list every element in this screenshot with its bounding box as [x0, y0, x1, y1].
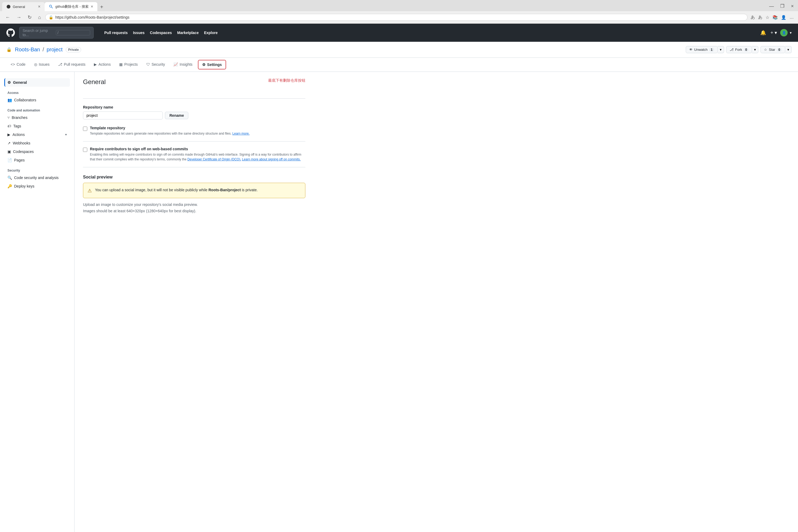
- user-avatar[interactable]: 👤: [780, 29, 787, 36]
- delete-hint: 最底下有删除仓库按钮: [268, 78, 305, 83]
- social-preview-warning-text: You can upload a social image, but it wi…: [95, 187, 258, 193]
- avatar-dropdown[interactable]: ▾: [790, 31, 792, 35]
- restore-button[interactable]: ❐: [778, 2, 786, 10]
- warning-icon: ⚠: [88, 188, 92, 194]
- nav-codespaces[interactable]: Codespaces: [148, 28, 174, 37]
- sidebar-section-security: Security: [4, 165, 70, 173]
- tab-close-general[interactable]: ×: [38, 4, 40, 9]
- deploy-keys-icon: 🔑: [7, 184, 12, 188]
- settings-tab-wrapper: ⚙ Settings: [197, 58, 227, 72]
- sidebar-item-code-security[interactable]: 🔍 Code security and analysis: [4, 173, 70, 182]
- sidebar-item-collaborators[interactable]: 👥 Collaborators: [4, 96, 70, 104]
- repo-name-link[interactable]: project: [46, 46, 62, 52]
- collections-icon[interactable]: 📚: [772, 14, 779, 21]
- read-aloud-icon[interactable]: あ: [757, 14, 763, 21]
- profile-icon[interactable]: 👤: [780, 14, 787, 21]
- ssl-lock-icon: 🔒: [49, 15, 53, 19]
- actions-icon: ▶: [94, 62, 97, 66]
- general-gear-icon: ⚙: [7, 80, 11, 84]
- repo-actions: 👁 Unwatch 1 ▾ ⎇ Fork 0 ▾ ☆ Star 0 ▾: [686, 46, 792, 53]
- new-tab-button[interactable]: +: [97, 3, 106, 11]
- star-dropdown[interactable]: ▾: [785, 46, 792, 53]
- sign-off-checkbox[interactable]: [83, 148, 87, 152]
- actions-chevron-icon: ▾: [65, 133, 67, 136]
- favorites-icon[interactable]: ☆: [764, 14, 770, 21]
- webhooks-icon: ↗: [7, 141, 11, 145]
- learn-more-sign-off[interactable]: Learn more about signing off on commits.: [242, 157, 301, 161]
- tab-settings[interactable]: ⚙ Settings: [198, 60, 226, 70]
- watch-button[interactable]: 👁 Unwatch 1: [686, 46, 718, 53]
- search-key: /: [56, 30, 90, 35]
- repo-header: 🔒 Roots-Ban / project Private 👁 Unwatch …: [0, 42, 798, 58]
- sidebar-item-codespaces[interactable]: ▣ Codespaces: [4, 147, 70, 156]
- sidebar-item-general[interactable]: ⚙ General: [4, 78, 70, 87]
- insights-icon: 📈: [173, 62, 178, 66]
- translate-icon[interactable]: あ: [749, 14, 756, 21]
- tab-security[interactable]: 🛡 Security: [142, 58, 169, 72]
- sidebar-item-deploy-keys[interactable]: 🔑 Deploy keys: [4, 182, 70, 190]
- star-button[interactable]: ☆ Star 0: [760, 46, 785, 53]
- github-logo: [6, 28, 15, 37]
- star-group: ☆ Star 0 ▾: [760, 46, 792, 53]
- social-preview-desc1: Upload an image to customize your reposi…: [83, 203, 305, 207]
- sidebar-actions-label: Actions: [13, 132, 25, 137]
- tab-projects-label: Projects: [124, 62, 138, 66]
- repo-name-input[interactable]: [83, 111, 163, 119]
- sidebar-item-branches[interactable]: ⑂ Branches: [4, 113, 70, 122]
- watch-count: 1: [709, 48, 714, 52]
- tab-pull-requests[interactable]: ⎇ Pull requests: [54, 58, 90, 72]
- repo-tabs: <> Code ◎ Issues ⎇ Pull requests ▶ Actio…: [0, 58, 798, 72]
- fork-button[interactable]: ⎇ Fork 0: [726, 46, 752, 53]
- browser-tab-general[interactable]: General ×: [2, 2, 45, 11]
- nav-explore[interactable]: Explore: [202, 28, 220, 37]
- tab-close-search[interactable]: ×: [91, 4, 93, 9]
- svg-point-0: [7, 5, 11, 8]
- sidebar: ⚙ General Access 👥 Collaborators Code an…: [0, 72, 75, 532]
- fork-icon: ⎇: [730, 48, 734, 52]
- main-layout: ⚙ General Access 👥 Collaborators Code an…: [0, 72, 798, 532]
- back-button[interactable]: ←: [3, 14, 12, 21]
- tab-actions[interactable]: ▶ Actions: [90, 58, 115, 72]
- settings-icon: ⚙: [202, 62, 206, 67]
- template-repo-learn-more[interactable]: Learn more.: [232, 132, 250, 135]
- sidebar-item-pages[interactable]: 📄 Pages: [4, 156, 70, 165]
- search-tab-icon: [49, 4, 53, 9]
- watch-label: Unwatch: [694, 48, 708, 52]
- browser-tab-search[interactable]: github删除仓库 - 搜索 ×: [45, 2, 97, 11]
- notifications-button[interactable]: 🔔: [759, 29, 767, 37]
- tab-insights-label: Insights: [179, 62, 192, 66]
- url-input[interactable]: [55, 15, 744, 19]
- tab-pr-label: Pull requests: [64, 62, 86, 66]
- rename-button[interactable]: Rename: [165, 112, 188, 119]
- github-header-right: 🔔 + ▾ 👤 ▾: [759, 29, 792, 37]
- close-button[interactable]: ×: [789, 2, 796, 10]
- tab-insights[interactable]: 📈 Insights: [169, 58, 196, 72]
- pr-icon: ⎇: [58, 62, 62, 66]
- repo-name-row: Rename: [83, 111, 305, 119]
- dco-link[interactable]: Developer Certificate of Origin (DCO).: [187, 157, 241, 161]
- nav-pull-requests[interactable]: Pull requests: [102, 28, 130, 37]
- tab-code[interactable]: <> Code: [6, 58, 30, 72]
- fork-dropdown[interactable]: ▾: [752, 46, 758, 53]
- tab-issues[interactable]: ◎ Issues: [30, 58, 54, 72]
- sidebar-item-actions[interactable]: ▶ Actions ▾: [4, 130, 70, 139]
- sidebar-item-tags[interactable]: 🏷 Tags: [4, 122, 70, 130]
- sign-off-item: Require contributors to sign off on web-…: [83, 147, 305, 167]
- minimize-button[interactable]: —: [767, 2, 776, 10]
- watch-dropdown[interactable]: ▾: [718, 46, 724, 53]
- nav-issues[interactable]: Issues: [131, 28, 147, 37]
- more-icon[interactable]: …: [788, 14, 795, 21]
- repo-name-group: Repository name Rename: [83, 105, 305, 119]
- refresh-button[interactable]: ↻: [25, 13, 34, 21]
- global-search[interactable]: Search or jump to... /: [19, 27, 94, 39]
- forward-button[interactable]: →: [14, 14, 23, 21]
- nav-marketplace[interactable]: Marketplace: [175, 28, 201, 37]
- repo-owner-link[interactable]: Roots-Ban: [15, 46, 40, 52]
- new-item-button[interactable]: + ▾: [769, 29, 778, 37]
- home-button[interactable]: ⌂: [36, 14, 43, 21]
- sidebar-item-webhooks[interactable]: ↗ Webhooks: [4, 139, 70, 147]
- template-repo-checkbox[interactable]: [83, 127, 87, 131]
- tab-issues-label: Issues: [39, 62, 50, 66]
- address-bar[interactable]: 🔒: [45, 14, 747, 21]
- tab-projects[interactable]: ▦ Projects: [115, 58, 142, 72]
